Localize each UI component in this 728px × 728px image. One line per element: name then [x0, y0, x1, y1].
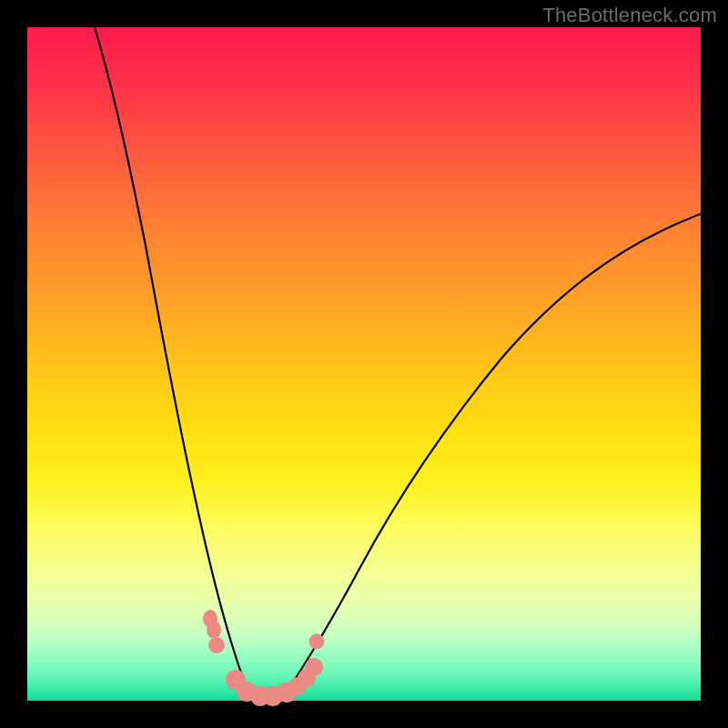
plot-area	[27, 27, 701, 701]
chart-frame: TheBottleneck.com	[0, 0, 728, 728]
marker-dot	[309, 634, 325, 650]
watermark-text: TheBottleneck.com	[542, 4, 717, 27]
marker-dot	[207, 621, 221, 639]
marker-dot	[208, 637, 225, 653]
marker-dot	[305, 658, 323, 676]
left-curve-path	[95, 27, 251, 696]
right-curve-path	[284, 214, 701, 696]
chart-svg	[27, 27, 701, 701]
